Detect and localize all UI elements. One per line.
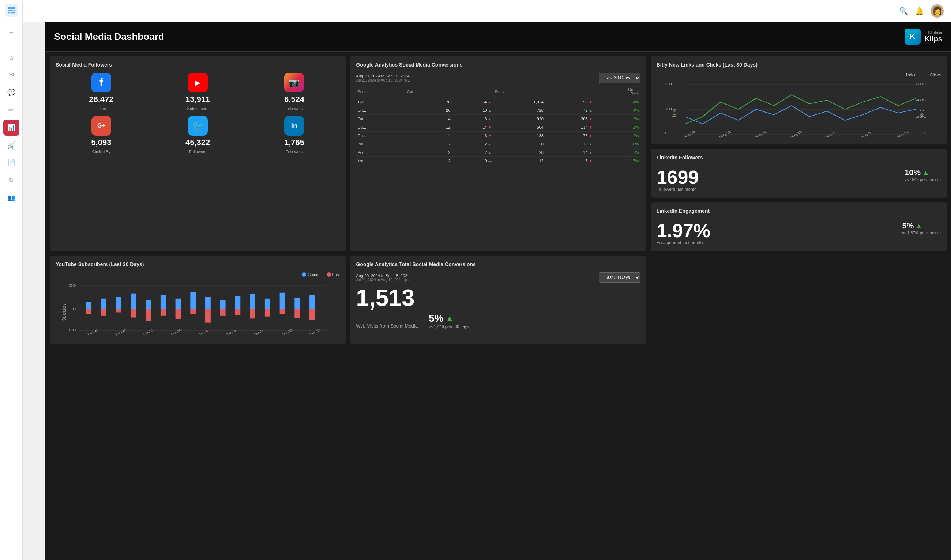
avatar[interactable]: 👩 [931,5,944,17]
cell-sess-change: 158 ▼ [545,98,594,106]
twitter-icon: 🐦 [188,116,208,135]
list-item: ▶ 13,911 Subscribers [152,73,244,111]
bitly-card: Bitly New Links and Clicks (Last 30 Days… [651,56,946,145]
svg-text:Subscriptions: Subscriptions [61,304,66,321]
bell-icon[interactable]: 🔔 [915,6,924,15]
cell-sessions: 728 [493,106,545,115]
cell-rate: 4% [594,106,640,115]
svg-text:Aug 20: Aug 20 [681,131,697,138]
linkedin-followers-title: LinkedIn Followers [657,155,941,160]
svg-text:Aug 23: Aug 23 [717,131,732,138]
search-icon[interactable]: 🔍 [899,6,908,15]
cell-source: Fac... [356,115,405,123]
svg-text:0: 0 [72,307,76,311]
cell-sessions: 504 [493,123,545,132]
ga-table: Sour... Con... Sess... Con...Rate Twi...… [356,86,640,165]
linkedin-followers-vs: vs 1542 prev. month [905,177,941,182]
svg-text:Sep 13: Sep 13 [895,131,910,138]
table-row: Poc... 2 2 ▲ 28 14 ▲ 7% [356,148,640,157]
klipfolio-brand: K Klipfolio Klips [905,29,942,45]
cell-source: Poc... [356,148,405,157]
bar-gained [190,292,196,309]
sidebar-item-home[interactable]: ⌂ [3,49,19,65]
ga-conversions-title: Google Analytics Social Media Conversion… [356,62,640,68]
cell-source: Go... [356,132,405,140]
linkedin-engagement-change: 5% ▲ vs 1.87% prev. month [902,221,941,235]
main-content: Social Media Dashboard K Klipfolio Klips… [45,22,951,560]
yt-lost-label: Lost [333,272,340,277]
facebook-label: Likes [97,106,106,111]
sidebar-nav: → ⌂ ✉ 💬 ✏ 📊 🛒 📄 ↻ 👥 [0,24,22,206]
googleplus-label: Circled By [92,149,111,154]
linkedin-followers-change: 10% ▲ vs 1542 prev. month [905,168,941,182]
app-logo[interactable] [5,4,18,17]
svg-text:0: 0 [923,131,926,135]
cell-rate: 7% [594,148,640,157]
dashboard: Social Media Dashboard K Klipfolio Klips… [45,22,951,560]
youtube-label: Subscribers [187,106,208,111]
linkedin-engagement-rate: 1.97% [657,221,710,240]
youtube-chart-svg: 50 0 -50 Subscriptions [55,280,340,338]
table-row: Blo... 2 2 ▲ 20 10 ▲ 10% [356,140,640,148]
ga-date-range: Aug 20, 2024 to Sep 18, 2024 Jul 21, 202… [356,73,640,83]
cell-sessions: 188 [493,132,545,140]
ga-total-date-filter[interactable]: Last 30 Days Last 7 Days Last 90 Days [599,272,640,283]
bar-lost [310,309,315,320]
sidebar-item-users[interactable]: 👥 [3,190,19,206]
bitly-title: Bitly New Links and Clicks (Last 30 Days… [657,62,941,68]
youtube-icon: ▶ [188,73,208,92]
klipfolio-name: Klipfolio [924,30,942,35]
legend-clicks: Clicks [922,73,941,77]
bar-lost [131,309,136,318]
bar-gained [235,296,240,309]
cell-sess-change: 308 ▼ [545,115,594,123]
linkedin-followers-card: LinkedIn Followers 1699 Followers last m… [651,149,946,198]
sidebar-item-chat[interactable]: 💬 [3,85,19,100]
cell-rate: 17% [594,157,640,165]
linkedin-engagement-title: LinkedIn Engagement [657,208,941,214]
ga-total-label: Web Visits from Social Media [356,323,418,329]
klipfolio-text: Klipfolio Klips [924,30,942,43]
bar-lost [101,309,106,316]
bar-gained [101,298,106,309]
sidebar-item-inbox[interactable]: ✉ [3,67,19,83]
dashboard-header: Social Media Dashboard K Klipfolio Klips [45,22,951,52]
sidebar-item-edit[interactable]: ✏ [3,102,19,118]
list-item: in 1,765 Followers [249,116,340,154]
bar-lost [294,309,300,318]
ga-total-date-range: Aug 20, 2024 to Sep 18, 2024 Jul 21, 202… [356,272,640,283]
sidebar-item-doc[interactable]: 📄 [3,155,19,171]
sidebar-item-forward[interactable]: → [3,24,19,40]
svg-text:Aug 30: Aug 30 [169,329,183,336]
cell-conv: 2 [405,140,452,148]
bar-gained [265,298,270,309]
svg-text:Links: Links [670,109,678,117]
col-source: Sour... [356,86,405,98]
youtube-card: YouTube Subscribers (Last 30 Days) Gaine… [50,255,346,344]
linkedin-followers-pct-row: 10% ▲ [905,168,941,177]
cell-conv: 26 [405,106,452,115]
right-column: Bitly New Links and Clicks (Last 30 Days… [651,56,946,251]
bar-lost [160,309,166,316]
googleplus-count: 5,093 [91,138,111,147]
svg-text:600: 600 [916,82,926,86]
svg-text:Aug 24: Aug 24 [114,329,128,336]
sidebar-item-cart[interactable]: 🛒 [3,137,19,153]
ga-conversions-card: Google Analytics Social Media Conversion… [350,56,646,251]
cell-conv: 2 [405,148,452,157]
cell-conv-change: 6 ▲ [452,115,493,123]
legend-links: Links [897,73,916,77]
social-followers-title: Social Media Followers [55,62,340,68]
sidebar-item-refresh[interactable]: ↻ [3,172,19,188]
googleplus-icon: G+ [91,116,111,135]
ga-total-dates: Aug 20, 2024 to Sep 18, 2024 Jul 21, 202… [356,274,410,282]
ga-date-filter[interactable]: Last 30 Days Last 7 Days Last 90 Days [599,73,640,83]
bar-gained [176,298,181,309]
bar-gained [280,293,285,309]
topbar: 🔍 🔔 👩 [23,0,951,22]
cell-sess-change: 10 ▲ [545,140,594,148]
bar-lost [220,309,226,316]
sidebar: → ⌂ ✉ 💬 ✏ 📊 🛒 📄 ↻ 👥 [0,0,23,560]
sidebar-item-chart[interactable]: 📊 [3,120,19,135]
cell-sess-change: 134 ▼ [545,123,594,132]
